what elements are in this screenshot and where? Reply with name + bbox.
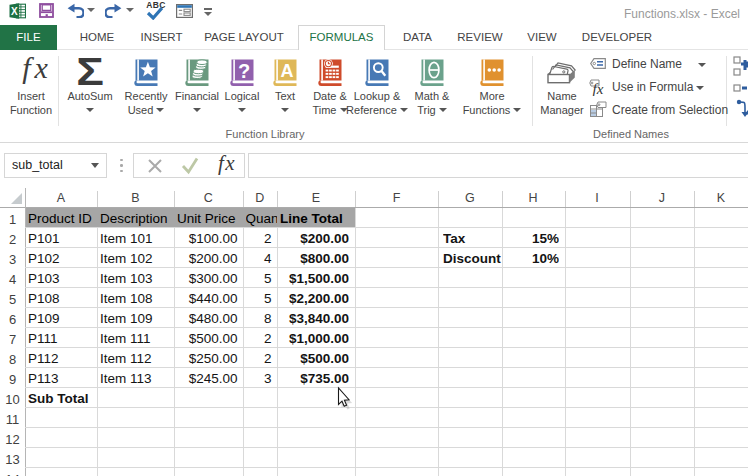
svg-text:X: X [11, 6, 18, 17]
svg-text:?: ? [238, 60, 250, 82]
svg-text:A: A [281, 61, 294, 81]
svg-text:fx: fx [593, 81, 604, 96]
